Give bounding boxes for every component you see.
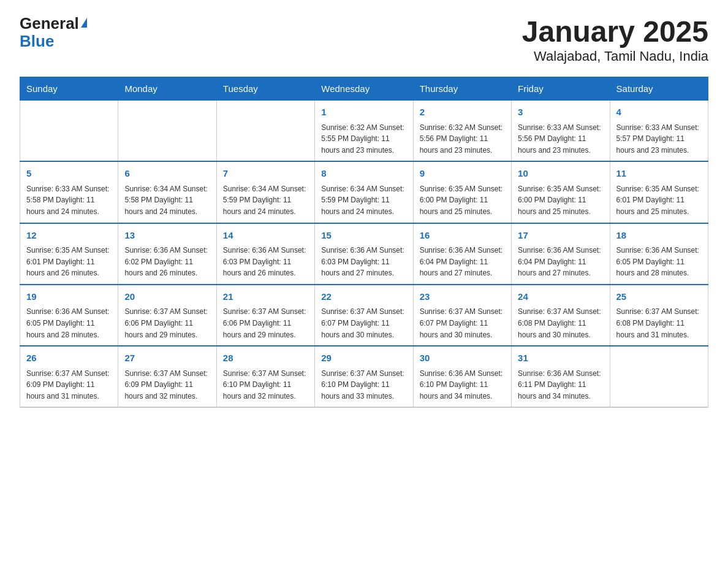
calendar-cell: 31Sunrise: 6:36 AM Sunset: 6:11 PM Dayli… <box>512 346 610 407</box>
day-number: 21 <box>223 290 308 304</box>
calendar-cell: 12Sunrise: 6:35 AM Sunset: 6:01 PM Dayli… <box>20 223 118 285</box>
week-row-4: 19Sunrise: 6:36 AM Sunset: 6:05 PM Dayli… <box>20 285 708 346</box>
day-header-monday: Monday <box>118 77 216 101</box>
calendar-cell: 11Sunrise: 6:35 AM Sunset: 6:01 PM Dayli… <box>610 161 708 223</box>
day-info: Sunrise: 6:33 AM Sunset: 5:56 PM Dayligh… <box>518 122 603 156</box>
day-header-friday: Friday <box>512 77 610 101</box>
day-number: 29 <box>321 351 406 366</box>
day-info: Sunrise: 6:33 AM Sunset: 5:57 PM Dayligh… <box>616 122 702 156</box>
calendar-cell: 15Sunrise: 6:36 AM Sunset: 6:03 PM Dayli… <box>315 223 413 285</box>
calendar-cell: 5Sunrise: 6:33 AM Sunset: 5:58 PM Daylig… <box>20 161 118 223</box>
calendar-cell: 3Sunrise: 6:33 AM Sunset: 5:56 PM Daylig… <box>512 101 610 162</box>
week-row-1: 1Sunrise: 6:32 AM Sunset: 5:55 PM Daylig… <box>20 101 708 162</box>
day-info: Sunrise: 6:35 AM Sunset: 6:00 PM Dayligh… <box>518 183 603 218</box>
calendar-cell: 10Sunrise: 6:35 AM Sunset: 6:00 PM Dayli… <box>512 161 610 223</box>
day-number: 30 <box>420 351 505 366</box>
day-number: 27 <box>124 351 210 366</box>
day-number: 11 <box>616 167 702 181</box>
week-row-5: 26Sunrise: 6:37 AM Sunset: 6:09 PM Dayli… <box>20 346 708 407</box>
logo: General Blue <box>20 15 87 50</box>
day-number: 3 <box>518 105 603 120</box>
day-info: Sunrise: 6:37 AM Sunset: 6:08 PM Dayligh… <box>616 306 702 340</box>
calendar-cell: 22Sunrise: 6:37 AM Sunset: 6:07 PM Dayli… <box>315 285 413 346</box>
day-info: Sunrise: 6:37 AM Sunset: 6:09 PM Dayligh… <box>124 368 210 402</box>
day-info: Sunrise: 6:34 AM Sunset: 5:58 PM Dayligh… <box>124 183 210 218</box>
day-info: Sunrise: 6:36 AM Sunset: 6:11 PM Dayligh… <box>518 368 603 402</box>
day-info: Sunrise: 6:32 AM Sunset: 5:56 PM Dayligh… <box>420 122 505 156</box>
day-number: 5 <box>26 167 112 181</box>
calendar-cell: 25Sunrise: 6:37 AM Sunset: 6:08 PM Dayli… <box>610 285 708 346</box>
day-info: Sunrise: 6:35 AM Sunset: 6:01 PM Dayligh… <box>616 183 702 218</box>
day-header-saturday: Saturday <box>610 77 708 101</box>
day-number: 6 <box>124 167 210 181</box>
calendar-cell: 18Sunrise: 6:36 AM Sunset: 6:05 PM Dayli… <box>610 223 708 285</box>
day-number: 22 <box>321 290 406 304</box>
day-info: Sunrise: 6:37 AM Sunset: 6:10 PM Dayligh… <box>321 368 406 402</box>
day-info: Sunrise: 6:36 AM Sunset: 6:03 PM Dayligh… <box>321 245 406 279</box>
calendar-cell: 16Sunrise: 6:36 AM Sunset: 6:04 PM Dayli… <box>413 223 511 285</box>
day-number: 13 <box>124 229 210 243</box>
logo-general: General <box>20 15 79 33</box>
day-header-wednesday: Wednesday <box>315 77 413 101</box>
calendar-cell <box>118 101 216 162</box>
calendar-cell: 30Sunrise: 6:36 AM Sunset: 6:10 PM Dayli… <box>413 346 511 407</box>
calendar-cell: 4Sunrise: 6:33 AM Sunset: 5:57 PM Daylig… <box>610 101 708 162</box>
header-row: SundayMondayTuesdayWednesdayThursdayFrid… <box>20 77 708 101</box>
day-info: Sunrise: 6:37 AM Sunset: 6:07 PM Dayligh… <box>420 306 505 340</box>
day-info: Sunrise: 6:36 AM Sunset: 6:05 PM Dayligh… <box>26 306 112 340</box>
day-number: 1 <box>321 105 406 120</box>
day-number: 4 <box>616 105 702 120</box>
calendar-cell: 21Sunrise: 6:37 AM Sunset: 6:06 PM Dayli… <box>216 285 314 346</box>
calendar-table: SundayMondayTuesdayWednesdayThursdayFrid… <box>20 77 708 408</box>
calendar-cell: 8Sunrise: 6:34 AM Sunset: 5:59 PM Daylig… <box>315 161 413 223</box>
day-number: 10 <box>518 167 603 181</box>
day-number: 26 <box>26 351 112 366</box>
calendar-cell: 28Sunrise: 6:37 AM Sunset: 6:10 PM Dayli… <box>216 346 314 407</box>
calendar-cell: 24Sunrise: 6:37 AM Sunset: 6:08 PM Dayli… <box>512 285 610 346</box>
day-number: 17 <box>518 229 603 243</box>
day-number: 16 <box>420 229 505 243</box>
day-info: Sunrise: 6:37 AM Sunset: 6:10 PM Dayligh… <box>223 368 308 402</box>
calendar-cell: 6Sunrise: 6:34 AM Sunset: 5:58 PM Daylig… <box>118 161 216 223</box>
day-info: Sunrise: 6:35 AM Sunset: 6:00 PM Dayligh… <box>420 183 505 218</box>
day-number: 31 <box>518 351 603 366</box>
day-header-thursday: Thursday <box>413 77 511 101</box>
day-number: 28 <box>223 351 308 366</box>
location-subtitle: Walajabad, Tamil Nadu, India <box>522 48 708 64</box>
day-info: Sunrise: 6:37 AM Sunset: 6:06 PM Dayligh… <box>223 306 308 340</box>
day-number: 15 <box>321 229 406 243</box>
day-header-sunday: Sunday <box>20 77 118 101</box>
logo-blue: Blue <box>20 32 54 50</box>
day-info: Sunrise: 6:34 AM Sunset: 5:59 PM Dayligh… <box>321 183 406 218</box>
day-number: 25 <box>616 290 702 304</box>
day-info: Sunrise: 6:37 AM Sunset: 6:06 PM Dayligh… <box>124 306 210 340</box>
calendar-cell: 29Sunrise: 6:37 AM Sunset: 6:10 PM Dayli… <box>315 346 413 407</box>
calendar-cell: 17Sunrise: 6:36 AM Sunset: 6:04 PM Dayli… <box>512 223 610 285</box>
day-number: 2 <box>420 105 505 120</box>
day-info: Sunrise: 6:36 AM Sunset: 6:03 PM Dayligh… <box>223 245 308 279</box>
calendar-cell: 13Sunrise: 6:36 AM Sunset: 6:02 PM Dayli… <box>118 223 216 285</box>
day-info: Sunrise: 6:36 AM Sunset: 6:04 PM Dayligh… <box>518 245 603 279</box>
day-number: 18 <box>616 229 702 243</box>
calendar-cell <box>610 346 708 407</box>
calendar-cell: 2Sunrise: 6:32 AM Sunset: 5:56 PM Daylig… <box>413 101 511 162</box>
day-info: Sunrise: 6:37 AM Sunset: 6:08 PM Dayligh… <box>518 306 603 340</box>
day-info: Sunrise: 6:32 AM Sunset: 5:55 PM Dayligh… <box>321 122 406 156</box>
day-info: Sunrise: 6:37 AM Sunset: 6:07 PM Dayligh… <box>321 306 406 340</box>
day-info: Sunrise: 6:36 AM Sunset: 6:02 PM Dayligh… <box>124 245 210 279</box>
calendar-cell: 7Sunrise: 6:34 AM Sunset: 5:59 PM Daylig… <box>216 161 314 223</box>
day-info: Sunrise: 6:37 AM Sunset: 6:09 PM Dayligh… <box>26 368 112 402</box>
day-info: Sunrise: 6:36 AM Sunset: 6:10 PM Dayligh… <box>420 368 505 402</box>
day-info: Sunrise: 6:33 AM Sunset: 5:58 PM Dayligh… <box>26 183 112 218</box>
day-info: Sunrise: 6:36 AM Sunset: 6:05 PM Dayligh… <box>616 245 702 279</box>
calendar-cell: 19Sunrise: 6:36 AM Sunset: 6:05 PM Dayli… <box>20 285 118 346</box>
calendar-title: January 2025 <box>522 15 708 48</box>
week-row-3: 12Sunrise: 6:35 AM Sunset: 6:01 PM Dayli… <box>20 223 708 285</box>
day-number: 23 <box>420 290 505 304</box>
calendar-cell: 1Sunrise: 6:32 AM Sunset: 5:55 PM Daylig… <box>315 101 413 162</box>
day-number: 14 <box>223 229 308 243</box>
calendar-cell: 14Sunrise: 6:36 AM Sunset: 6:03 PM Dayli… <box>216 223 314 285</box>
calendar-cell: 26Sunrise: 6:37 AM Sunset: 6:09 PM Dayli… <box>20 346 118 407</box>
calendar-cell: 9Sunrise: 6:35 AM Sunset: 6:00 PM Daylig… <box>413 161 511 223</box>
calendar-cell: 23Sunrise: 6:37 AM Sunset: 6:07 PM Dayli… <box>413 285 511 346</box>
